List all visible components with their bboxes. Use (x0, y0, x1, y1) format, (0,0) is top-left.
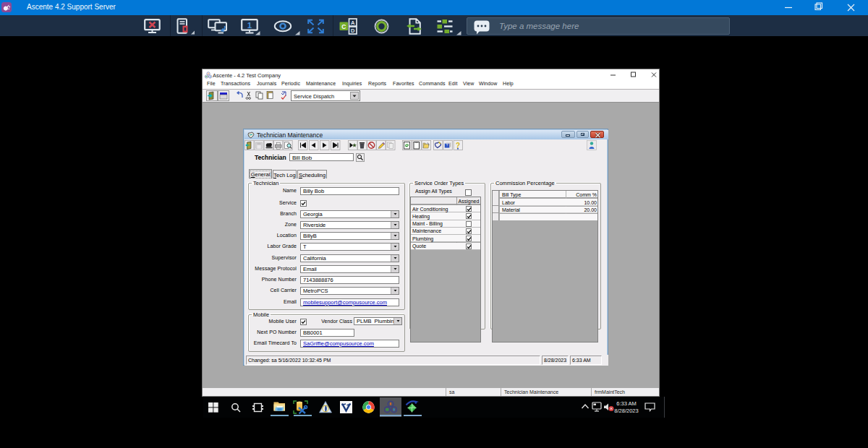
svg-text:A: A (351, 20, 355, 26)
svg-text:D: D (351, 27, 355, 34)
svg-text:C: C (341, 23, 346, 30)
svg-text:1: 1 (247, 21, 252, 30)
